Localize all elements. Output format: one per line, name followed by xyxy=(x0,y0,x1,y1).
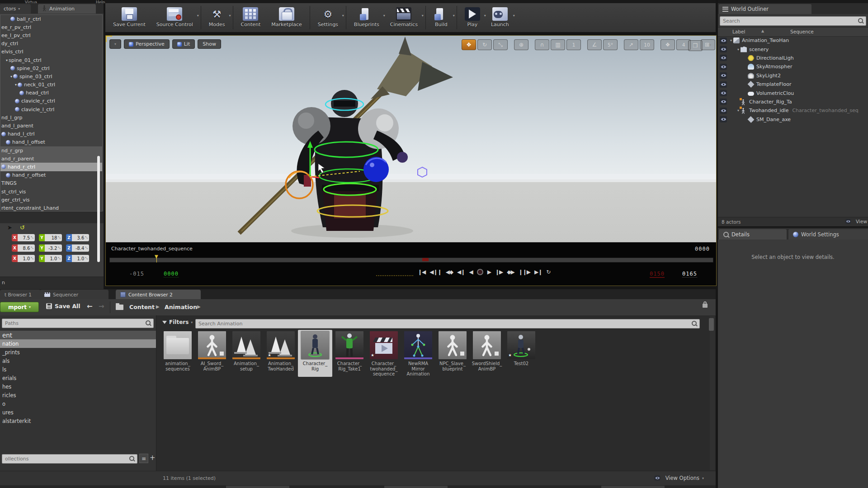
visibility-eye-icon[interactable] xyxy=(720,81,727,88)
back-button[interactable]: ← xyxy=(87,302,93,310)
camera-speed-toggle[interactable]: ❖ xyxy=(660,39,675,50)
outliner-view-options-button[interactable]: View xyxy=(843,218,867,225)
record-button[interactable] xyxy=(477,269,483,275)
expand-arrow-icon[interactable]: ▾ xyxy=(736,108,741,113)
rig-tree-item-ee-r-pv-ctrl[interactable]: ee_r_pv_ctrl xyxy=(0,23,102,31)
move-tool[interactable]: ✥ xyxy=(462,39,476,50)
rig-tree-item-neck-01-ctrl[interactable]: ▾neck_01_ctrl xyxy=(0,81,102,89)
frame-playback-end[interactable]: 0150 xyxy=(650,271,665,278)
breadcrumb-animation[interactable]: Animation xyxy=(165,304,197,310)
toolbar-button-build[interactable]: Build▾ xyxy=(428,6,454,29)
rig-tree-item-spine-03-ctrl[interactable]: ▾spine_03_ctrl xyxy=(0,72,102,80)
folder-item-erials[interactable]: erials xyxy=(0,374,156,382)
rig-tree-item-nd-r-grp[interactable]: nd_r_grp xyxy=(0,146,102,155)
breadcrumb-arrow-icon[interactable]: ▶ xyxy=(156,304,160,309)
tab-sequencer[interactable]: Sequencer xyxy=(40,290,108,299)
play-reverse-button[interactable]: ◀ xyxy=(469,269,472,275)
drag-handle-icon[interactable]: ⤡ xyxy=(85,257,88,260)
show-button[interactable]: Show xyxy=(198,39,221,49)
axis-value-x[interactable]: 8.6⤡ xyxy=(18,244,35,252)
toolbar-button-marketplace[interactable]: Marketplace xyxy=(266,6,307,29)
toolbar-button-content[interactable]: Content xyxy=(236,6,266,29)
lock-icon[interactable] xyxy=(703,304,708,308)
outliner-row-scenery[interactable]: ▾scenery xyxy=(718,45,868,53)
asset-search-input[interactable] xyxy=(195,319,700,328)
rig-tree-item-spine-01-ctrl[interactable]: ▾spine_01_ctrl xyxy=(0,56,102,64)
axis-field-y[interactable]: Y18⤡ xyxy=(39,234,62,241)
drag-handle-icon[interactable]: ⤡ xyxy=(31,246,33,250)
tab-actors[interactable]: ctors ▾ xyxy=(0,4,31,14)
axis-value-z[interactable]: 1.0⤡ xyxy=(72,255,89,262)
collections-list-icon[interactable]: ≡ xyxy=(139,454,148,463)
timeline-scrubber[interactable] xyxy=(109,258,713,263)
axis-value-z[interactable]: -8.4⤡ xyxy=(72,244,89,252)
axis-value-z[interactable]: 3.6⤡ xyxy=(72,234,89,241)
axis-field-z[interactable]: Z1.0⤡ xyxy=(66,255,89,262)
breadcrumb-content[interactable]: Content xyxy=(129,304,155,310)
expand-arrow-icon[interactable]: ▾ xyxy=(6,58,8,62)
folder-item-hes[interactable]: hes xyxy=(0,382,156,391)
axis-value-x[interactable]: 7.5⤡ xyxy=(18,234,35,241)
drag-handle-icon[interactable]: ⤡ xyxy=(58,236,61,239)
import-button[interactable]: mport ▾ xyxy=(0,302,39,312)
rig-tree-item-st-ctrl-vis[interactable]: st_ctrl_vis xyxy=(0,188,102,196)
folder-item-alstarterkit[interactable]: alstarterkit xyxy=(0,417,156,425)
outliner-row-volumetricclou[interactable]: VolumetricClou xyxy=(718,89,868,97)
filters-button[interactable]: Filters ▾ xyxy=(162,319,193,325)
axis-value-y[interactable]: 1.0⤡ xyxy=(45,255,62,262)
rig-tree-item-hand-r-offset[interactable]: hand_r_offset xyxy=(0,171,102,179)
fast-forward-button[interactable]: ❙❙▶ xyxy=(519,269,530,275)
asset-tile-swordshield-animbp[interactable]: viewBox="0 0 20 32">SwordShield_AnimBP xyxy=(470,330,504,377)
rig-tree-item-ball-r-ctrl[interactable]: ball_r_ctrl xyxy=(0,15,102,23)
rig-tree-item-hand-l-ctrl[interactable]: hand_l_ctrl xyxy=(0,130,102,138)
folder-item--prints[interactable]: _prints xyxy=(0,348,156,357)
tab-content-browser-2[interactable]: Content Browser 2 xyxy=(116,290,201,299)
undo-icon[interactable]: ↺ xyxy=(20,224,25,231)
collections-search-input[interactable] xyxy=(2,454,137,464)
visibility-eye-icon[interactable] xyxy=(720,64,727,70)
jump-to-end-button[interactable]: ▶❙ xyxy=(534,269,542,275)
outliner-row-twohanded-idle[interactable]: ▾Twohanded_idleCharacter_twohanded_seq xyxy=(718,106,868,115)
frame-current[interactable]: 0000 xyxy=(164,271,179,277)
save-all-button[interactable]: Save All xyxy=(46,303,80,310)
expand-arrow-icon[interactable]: ▾ xyxy=(736,47,741,52)
outliner-row-sm-dane-axe[interactable]: SM_Dane_axe xyxy=(718,115,868,124)
rig-tree-item-and-l-parent[interactable]: and_l_parent xyxy=(0,122,102,130)
tab-animation[interactable]: Animation xyxy=(38,4,96,14)
folder-item-nation[interactable]: nation xyxy=(0,339,156,348)
axis-field-x[interactable]: X8.6⤡ xyxy=(12,244,35,252)
folder-item-als[interactable]: als xyxy=(0,357,156,365)
rig-tree-item-and-r-parent[interactable]: and_r_parent xyxy=(0,155,102,163)
visibility-eye-icon[interactable] xyxy=(720,108,727,114)
toolbar-button-settings[interactable]: ⚙Settings▾ xyxy=(312,6,344,29)
toolbar-button-modes[interactable]: ⚒Modes▾ xyxy=(203,6,231,29)
scale-snap-toggle[interactable]: ↗ xyxy=(624,39,638,50)
drag-handle-icon[interactable]: ⤡ xyxy=(31,257,33,260)
rig-tree-item-dy-ctrl[interactable]: dy_ctrl xyxy=(0,40,102,48)
rig-tree-item-ger-ctrl-vis[interactable]: ger_ctrl_vis xyxy=(0,196,102,204)
perspective-button[interactable]: Perspective xyxy=(124,39,170,49)
step-forward-button[interactable]: ❙▶ xyxy=(495,269,503,275)
folder-item-o[interactable]: o xyxy=(0,399,156,408)
asset-tile-ai-sword-animbp[interactable]: viewBox="0 0 20 32">AI_Sword_AnimBP xyxy=(195,330,229,377)
visibility-eye-icon[interactable] xyxy=(720,116,727,122)
viewport-layout-button[interactable]: ⊞ ▾ xyxy=(701,39,715,50)
tab-content-browser-1[interactable]: t Browser 1 xyxy=(0,290,41,299)
loop-button[interactable]: ↻ xyxy=(546,269,550,275)
view-options-button[interactable]: View Options ▾ xyxy=(652,475,704,481)
outliner-row-skylight2[interactable]: SkyLight2 xyxy=(718,71,868,80)
rig-tree-item-tings[interactable]: TINGS xyxy=(0,179,102,188)
visibility-eye-icon[interactable] xyxy=(720,55,727,61)
jump-to-start-button[interactable]: ❙◀ xyxy=(418,269,425,275)
expand-arrow-icon[interactable]: ▾ xyxy=(15,83,17,87)
axis-field-x[interactable]: X7.5⤡ xyxy=(12,234,35,241)
toolbar-button-blueprints[interactable]: Blueprints▾ xyxy=(349,6,385,29)
drag-handle-icon[interactable]: ⤡ xyxy=(58,246,61,250)
pointer-icon[interactable]: ➤ xyxy=(7,224,12,231)
asset-tile-test02[interactable]: ★Test02 xyxy=(504,330,538,377)
tab-world-settings[interactable]: World Settings xyxy=(788,229,868,239)
step-back-button[interactable]: ◀❙ xyxy=(457,269,465,275)
visibility-eye-icon[interactable] xyxy=(720,90,727,96)
drag-handle-icon[interactable]: ⤡ xyxy=(85,246,88,250)
grid-snap-value[interactable]: 1 xyxy=(566,39,581,50)
